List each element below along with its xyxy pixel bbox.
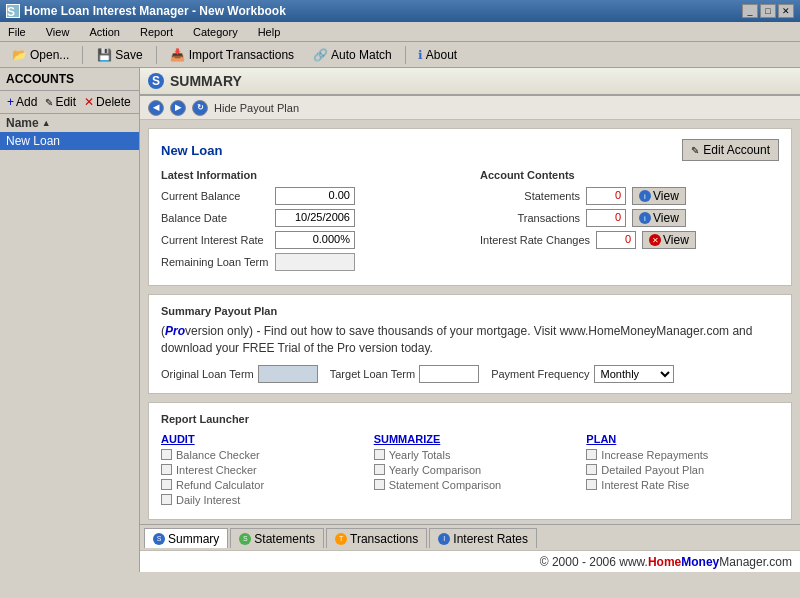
daily-interest-item: Daily Interest [161,494,354,506]
add-account-button[interactable]: + Add [4,94,40,110]
minimize-button[interactable]: _ [742,4,758,18]
payment-freq-select[interactable]: Monthly Fortnightly Weekly [594,365,674,383]
import-icon: 📥 [170,47,186,63]
audit-column: AUDIT Balance Checker Interest Checker R… [161,433,354,509]
interest-changes-value: 0 [596,231,636,249]
automatch-icon: 🔗 [312,47,328,63]
balance-checker-item: Balance Checker [161,449,354,461]
interest-rate-rise-item: Interest Rate Rise [586,479,779,491]
statement-comparison-checkbox[interactable] [374,479,385,490]
interest-rate-label: Current Interest Rate [161,234,271,246]
yearly-comparison-label[interactable]: Yearly Comparison [389,464,482,476]
target-term-input[interactable] [419,365,479,383]
interest-checker-checkbox[interactable] [161,464,172,475]
original-term-input[interactable] [258,365,318,383]
target-term-field: Target Loan Term [330,365,479,383]
payout-plan-controls: Original Loan Term Target Loan Term Paym… [161,365,779,383]
plan-column-title: PLAN [586,433,779,445]
detailed-payout-checkbox[interactable] [586,464,597,475]
transactions-label: Transactions [480,212,580,224]
original-term-label: Original Loan Term [161,368,254,380]
toolbar-separator-2 [156,46,157,64]
view-icon-1: i [639,190,651,202]
increase-repayments-checkbox[interactable] [586,449,597,460]
summary-toolbar: ◀ ▶ ↻ Hide Payout Plan [140,96,800,120]
menu-category[interactable]: Category [189,25,242,39]
interest-changes-view-button[interactable]: ✕ View [642,231,696,249]
latest-info-col: Latest Information Current Balance 0.00 … [161,169,460,275]
refresh-button[interactable]: ↻ [192,100,208,116]
back-button[interactable]: ◀ [148,100,164,116]
tab-summary[interactable]: S Summary [144,528,228,548]
statement-comparison-label[interactable]: Statement Comparison [389,479,502,491]
payment-freq-label: Payment Frequency [491,368,589,380]
original-term-field: Original Loan Term [161,365,318,383]
open-button[interactable]: 📂 Open... [4,44,76,66]
detailed-payout-label[interactable]: Detailed Payout Plan [601,464,704,476]
balance-checker-label[interactable]: Balance Checker [176,449,260,461]
window-title: Home Loan Interest Manager - New Workboo… [24,4,286,18]
tab-statements[interactable]: S Statements [230,528,324,548]
window-controls: _ □ ✕ [742,4,794,18]
target-term-label: Target Loan Term [330,368,415,380]
refund-calc-label[interactable]: Refund Calculator [176,479,264,491]
close-button[interactable]: ✕ [778,4,794,18]
menu-bar: File View Action Report Category Help [0,22,800,42]
forward-button[interactable]: ▶ [170,100,186,116]
refund-calc-checkbox[interactable] [161,479,172,490]
summary-logo: S [148,73,164,89]
transactions-view-button[interactable]: i View [632,209,686,227]
view-icon-2: i [639,212,651,224]
report-grid: AUDIT Balance Checker Interest Checker R… [161,433,779,509]
menu-file[interactable]: File [4,25,30,39]
yearly-comparison-checkbox[interactable] [374,464,385,475]
interest-rates-tab-icon: I [438,533,450,545]
tab-transactions[interactable]: T Transactions [326,528,427,548]
menu-action[interactable]: Action [85,25,124,39]
edit-account-btn[interactable]: ✎ Edit Account [682,139,779,161]
summarize-column: SUMMARIZE Yearly Totals Yearly Compariso… [374,433,567,509]
daily-interest-label[interactable]: Daily Interest [176,494,240,506]
yearly-comparison-item: Yearly Comparison [374,464,567,476]
increase-repayments-label[interactable]: Increase Repayments [601,449,708,461]
add-icon: + [7,95,14,109]
hide-payout-button[interactable]: Hide Payout Plan [214,102,299,114]
yearly-totals-label[interactable]: Yearly Totals [389,449,451,461]
summarize-column-title: SUMMARIZE [374,433,567,445]
sidebar-item-new-loan[interactable]: New Loan [0,132,139,150]
delete-account-button[interactable]: ✕ Delete [81,94,134,110]
edit-account-button[interactable]: ✎ Edit [42,94,79,110]
remaining-term-label: Remaining Loan Term [161,256,271,268]
refund-calc-item: Refund Calculator [161,479,354,491]
toolbar-separator-3 [405,46,406,64]
yearly-totals-checkbox[interactable] [374,449,385,460]
tab-interest-rates[interactable]: I Interest Rates [429,528,537,548]
audit-column-title: AUDIT [161,433,354,445]
menu-view[interactable]: View [42,25,74,39]
interest-rate-value: 0.000% [275,231,355,249]
save-button[interactable]: 💾 Save [89,44,149,66]
interest-checker-label[interactable]: Interest Checker [176,464,257,476]
menu-report[interactable]: Report [136,25,177,39]
automatch-button[interactable]: 🔗 Auto Match [305,44,399,66]
sidebar-header: ACCOUNTS [0,68,139,91]
statements-label: Statements [480,190,580,202]
interest-rate-rise-label[interactable]: Interest Rate Rise [601,479,689,491]
menu-help[interactable]: Help [254,25,285,39]
interest-rate-rise-checkbox[interactable] [586,479,597,490]
maximize-button[interactable]: □ [760,4,776,18]
balance-checker-checkbox[interactable] [161,449,172,460]
content-area: S SUMMARY ◀ ▶ ↻ Hide Payout Plan New Loa… [140,68,800,572]
about-button[interactable]: ℹ About [412,46,463,64]
daily-interest-checkbox[interactable] [161,494,172,505]
transactions-value: 0 [586,209,626,227]
pro-text: Pro [165,324,185,338]
statements-view-button[interactable]: i View [632,187,686,205]
transactions-row: Transactions 0 i View [480,209,779,227]
balance-date-value: 10/25/2006 [275,209,355,227]
import-button[interactable]: 📥 Import Transactions [163,44,301,66]
account-contents-col: Account Contents Statements 0 i View Tra… [480,169,779,275]
copyright-text: © 2000 - 2006 www.HomeMoneyManager.com [540,555,792,569]
balance-date-row: Balance Date 10/25/2006 [161,209,460,227]
increase-repayments-item: Increase Repayments [586,449,779,461]
